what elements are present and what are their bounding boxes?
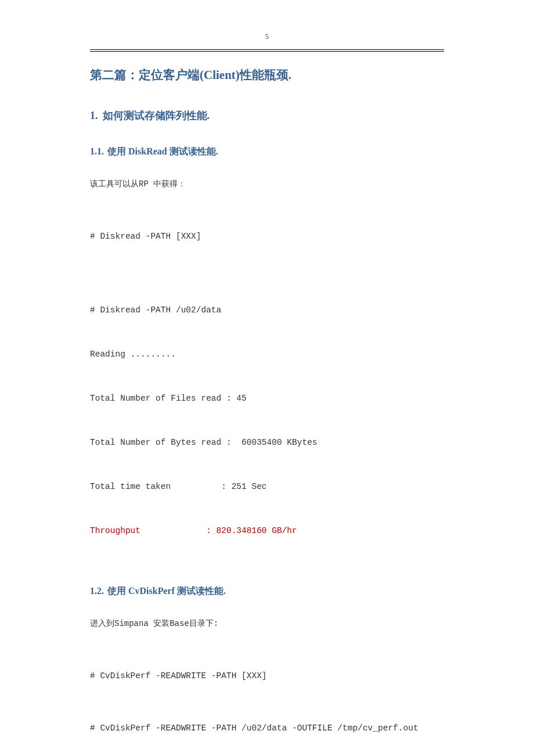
heading-3-number: 1.1. <box>90 146 104 156</box>
code-block-diskread: # Diskread -PATH [XXX] # Diskread -PATH … <box>90 200 444 568</box>
heading-3-number: 1.2. <box>90 586 104 596</box>
header-rule <box>90 49 444 52</box>
heading-1: 第二篇：定位客户端(Client)性能瓶颈. <box>90 67 444 83</box>
document-page: 5 第二篇：定位客户端(Client)性能瓶颈. 1.如何测试存储阵列性能. 1… <box>0 0 534 756</box>
heading-2: 1.如何测试存储阵列性能. <box>90 109 444 123</box>
section-intro: 进入到Simpana 安装Base目录下: <box>90 618 444 629</box>
code-line: Total Number of Files read : 45 <box>90 391 444 406</box>
code-line: # Diskread -PATH /u02/data <box>90 303 444 318</box>
code-line: # CvDiskPerf -READWRITE -PATH [XXX] <box>90 669 444 683</box>
code-line-highlight: Throughput : 820.348160 GB/hr <box>90 524 444 538</box>
heading-2-number: 1. <box>90 110 98 121</box>
code-line: Reading ......... <box>90 347 444 362</box>
section-intro: 该工具可以从RP 中获得： <box>90 179 444 189</box>
heading-3-cvdiskperf: 1.2.使用 CvDiskPerf 测试读性能. <box>90 585 444 597</box>
code-line: Total Number of Bytes read : 60035400 KB… <box>90 435 444 450</box>
code-block-cvdiskperf: # CvDiskPerf -READWRITE -PATH [XXX] # Cv… <box>90 639 444 756</box>
code-line: Total time taken : 251 Sec <box>90 480 444 494</box>
code-line: # Diskread -PATH [XXX] <box>90 229 444 244</box>
heading-3-text: 使用 CvDiskPerf 测试读性能. <box>107 586 226 596</box>
heading-2-text: 如何测试存储阵列性能. <box>103 110 210 121</box>
page-number: 5 <box>90 32 444 41</box>
heading-3-text: 使用 DiskRead 测试读性能. <box>107 146 218 156</box>
code-line: # CvDiskPerf -READWRITE -PATH /u02/data … <box>90 721 444 736</box>
heading-3-diskread: 1.1.使用 DiskRead 测试读性能. <box>90 146 444 158</box>
